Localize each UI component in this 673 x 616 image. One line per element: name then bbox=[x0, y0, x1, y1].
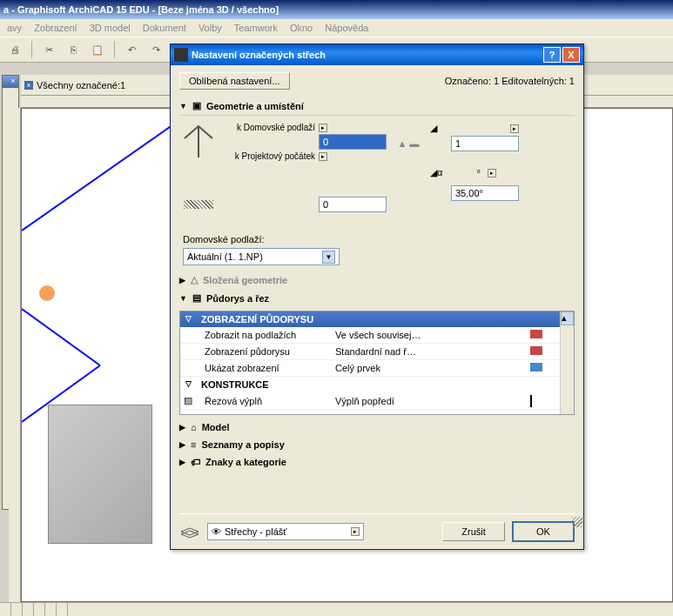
3d-object[interactable] bbox=[48, 405, 152, 544]
properties-list[interactable]: ▽ ZOBRAZENÍ PŮDORYSU Zobrazit na podlaží… bbox=[179, 311, 575, 415]
layer-icon bbox=[179, 525, 200, 539]
ruler-vertical bbox=[9, 108, 21, 602]
eye-icon: 👁 bbox=[212, 526, 221, 537]
angle-icon: ◢α bbox=[430, 167, 448, 178]
geometry-icon: ▣ bbox=[192, 100, 201, 111]
layer-dropdown[interactable]: 👁Střechy - plášť ▸ bbox=[207, 523, 364, 540]
menu-item[interactable]: Zobrazení bbox=[34, 23, 77, 33]
resize-grip[interactable] bbox=[572, 517, 582, 527]
chevron-down-icon: ▼ bbox=[322, 251, 335, 264]
selection-status: Označeno: 1 Editovatelných: 1 bbox=[445, 76, 575, 86]
menu-item[interactable]: Okno bbox=[290, 23, 313, 33]
section-signs[interactable]: ▶ 🏷 Znaky a kategorie bbox=[179, 453, 575, 471]
roof-settings-dialog: Nastavení označených střech ? X Oblíbená… bbox=[170, 44, 584, 550]
link-icon[interactable]: ▸ bbox=[319, 124, 327, 132]
list-group-header[interactable]: ▽ ZOBRAZENÍ PŮDORYSU bbox=[180, 311, 560, 327]
scroll-up-icon[interactable]: ▴ bbox=[561, 311, 574, 325]
collapse-icon: ▼ bbox=[179, 294, 187, 303]
selection-count: Všechny označené:1 bbox=[37, 80, 125, 90]
section-model[interactable]: ▶ ⌂ Model bbox=[179, 418, 575, 436]
window-title: a - Graphisoft ArchiCAD 15 EDU - [Beze j… bbox=[3, 4, 279, 15]
pitch-icon: ◢ bbox=[430, 123, 448, 134]
menu-item[interactable]: Teamwork bbox=[234, 23, 278, 33]
redo-icon[interactable]: ↷ bbox=[146, 40, 165, 59]
help-button[interactable]: ? bbox=[543, 47, 561, 63]
home-offset-input[interactable] bbox=[319, 134, 387, 150]
compound-icon: △ bbox=[191, 274, 198, 285]
origin-offset-input[interactable] bbox=[319, 197, 387, 212]
dialog-titlebar[interactable]: Nastavení označených střech ? X bbox=[171, 44, 583, 65]
dialog-title: Nastavení označených střech bbox=[192, 50, 326, 60]
list-group-header[interactable]: ▽ KONSTRUKCE bbox=[180, 377, 560, 392]
vertex-marker[interactable] bbox=[39, 285, 55, 301]
label: Domovské podlaží: bbox=[183, 234, 571, 244]
expand-icon: ▶ bbox=[179, 440, 185, 449]
fill-icon: ▨ bbox=[184, 395, 192, 405]
list-row[interactable]: ▨ Řezová výplň Výplň popředí bbox=[180, 392, 560, 410]
shape-icon[interactable]: ▲ ▬ bbox=[398, 138, 420, 149]
ok-button[interactable]: OK bbox=[512, 521, 575, 542]
close-icon[interactable]: × bbox=[9, 77, 17, 85]
display-icon[interactable] bbox=[530, 346, 542, 355]
angle-input[interactable] bbox=[451, 185, 519, 201]
statusbar bbox=[0, 602, 673, 616]
story-icon[interactable] bbox=[530, 330, 542, 338]
app-icon bbox=[174, 48, 188, 62]
expand-icon: ▶ bbox=[179, 276, 185, 285]
home-story-dropdown[interactable]: Aktuální (1. 1.NP) ▼ bbox=[183, 248, 340, 265]
section-lists[interactable]: ▶ ≡ Seznamy a popisy bbox=[179, 436, 575, 453]
undo-icon[interactable]: ↶ bbox=[122, 40, 141, 59]
section-geometry[interactable]: ▼ ▣ Geometrie a umístění bbox=[179, 97, 575, 115]
collapse-icon: ▽ bbox=[185, 314, 192, 323]
expand-icon: ▶ bbox=[179, 458, 185, 466]
list-row[interactable]: Zobrazení půdorysu Standardní nad ř… bbox=[180, 344, 560, 360]
menu-item[interactable]: avy bbox=[7, 23, 22, 33]
svg-line-1 bbox=[22, 309, 100, 365]
section-plan[interactable]: ▼ ▤ Půdorys a řez bbox=[179, 289, 575, 307]
menu-item[interactable]: Dokument bbox=[143, 23, 186, 33]
menu-item[interactable]: 3D model bbox=[90, 23, 131, 33]
list-icon: ≡ bbox=[191, 439, 196, 450]
list-row[interactable]: Ukázat zobrazení Celý prvek bbox=[180, 360, 560, 377]
close-button[interactable]: X bbox=[562, 47, 580, 63]
roof-elevation-icon bbox=[183, 121, 214, 163]
cut-icon[interactable]: ✂ bbox=[39, 40, 58, 59]
menubar[interactable]: avy Zobrazení 3D model Dokument Volby Te… bbox=[0, 19, 673, 37]
tag-icon: 🏷 bbox=[191, 457, 200, 467]
close-icon[interactable]: × bbox=[24, 81, 33, 90]
chevron-right-icon: ▸ bbox=[351, 527, 360, 536]
section-compound[interactable]: ▶ △ Složená geometrie bbox=[179, 271, 575, 289]
menu-item[interactable]: Volby bbox=[199, 23, 222, 33]
stepper-icon[interactable]: ▸ bbox=[510, 124, 519, 133]
print-icon[interactable]: 🖨 bbox=[5, 40, 24, 59]
menu-item[interactable]: Nápověda bbox=[325, 23, 368, 33]
link-icon[interactable]: ▸ bbox=[319, 152, 327, 161]
plan-icon: ▤ bbox=[192, 292, 201, 304]
collapse-icon: ▼ bbox=[179, 102, 187, 110]
base-icon bbox=[183, 184, 214, 225]
cancel-button[interactable]: Zrušit bbox=[442, 522, 505, 541]
collapse-icon: ▽ bbox=[185, 379, 192, 388]
label: k Domovské podlaží bbox=[219, 123, 315, 132]
copy-icon[interactable]: ⎘ bbox=[64, 40, 83, 59]
pitch-input[interactable] bbox=[451, 136, 519, 151]
paste-icon[interactable]: 📋 bbox=[88, 40, 107, 59]
scrollbar[interactable]: ▴ bbox=[560, 311, 574, 414]
view-icon[interactable] bbox=[530, 363, 542, 372]
expand-icon: ▶ bbox=[179, 423, 185, 432]
color-swatch[interactable] bbox=[530, 395, 532, 407]
list-row[interactable]: Zobrazit na podlažích Ve všech souvisej… bbox=[180, 327, 560, 344]
window-titlebar: a - Graphisoft ArchiCAD 15 EDU - [Beze j… bbox=[0, 0, 673, 19]
stepper-icon[interactable]: ▸ bbox=[488, 169, 496, 177]
favorites-button[interactable]: Oblíbená nastavení... bbox=[179, 72, 290, 90]
label: k Projektový počátek bbox=[219, 151, 315, 161]
model-icon: ⌂ bbox=[191, 422, 197, 432]
